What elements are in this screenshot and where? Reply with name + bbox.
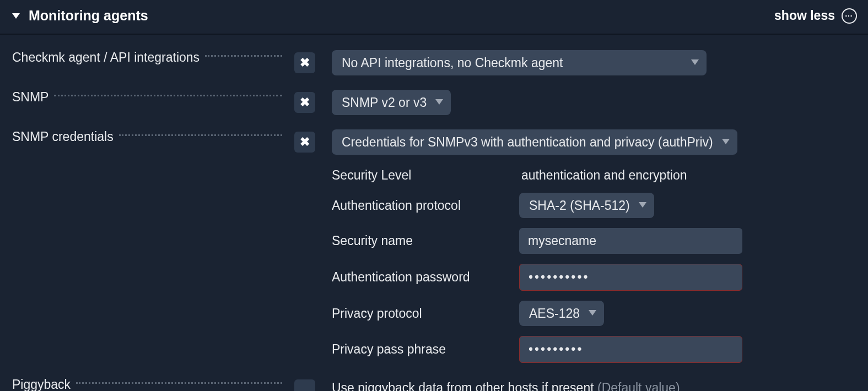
label-snmp-credentials: SNMP credentials (12, 129, 114, 144)
svg-marker-0 (12, 13, 20, 19)
close-icon: ✖ (300, 95, 310, 110)
svg-marker-2 (435, 99, 443, 105)
dotted-leader (76, 382, 282, 384)
close-icon: ✖ (300, 56, 310, 70)
dotted-leader (54, 95, 282, 96)
select-privacy-protocol[interactable]: AES-128 (519, 301, 604, 326)
label-privacy-pass: Privacy pass phrase (332, 342, 519, 357)
label-col: SNMP credentials (12, 129, 288, 144)
svg-marker-1 (691, 59, 699, 65)
select-snmp-credentials[interactable]: Credentials for SNMPv3 with authenticati… (332, 129, 737, 155)
default-hint: (Default value) (597, 381, 680, 391)
collapse-icon (12, 13, 20, 19)
chevron-down-icon (435, 99, 443, 106)
form-body: Checkmk agent / API integrations ✖ No AP… (0, 35, 868, 391)
show-less-label: show less (774, 8, 835, 23)
label-piggyback: Piggyback (12, 377, 71, 391)
reset-snmp-credentials-button[interactable]: ✖ (294, 132, 315, 153)
select-privacy-protocol-value: AES-128 (529, 306, 580, 321)
svg-marker-4 (639, 202, 646, 208)
more-menu-icon[interactable]: ⋯ (842, 8, 857, 24)
show-less-button[interactable]: show less ⋯ (774, 8, 857, 24)
label-security-level: Security Level (332, 168, 519, 183)
svg-marker-3 (722, 139, 730, 144)
dotted-leader (119, 134, 282, 136)
dotted-leader (205, 55, 282, 57)
value-col: Use piggyback data from other hosts if p… (332, 377, 856, 391)
label-snmp: SNMP (12, 90, 48, 105)
select-snmp-value: SNMP v2 or v3 (342, 95, 427, 110)
row-snmp-credentials: SNMP credentials ✖ Credentials for SNMPv… (12, 129, 856, 363)
chevron-down-icon (639, 202, 646, 209)
value-piggyback: Use piggyback data from other hosts if p… (332, 381, 680, 391)
label-auth-protocol: Authentication protocol (332, 198, 519, 213)
reset-col: ✖ (288, 90, 332, 113)
select-snmp-credentials-value: Credentials for SNMPv3 with authenticati… (342, 135, 713, 150)
chevron-down-icon (691, 59, 699, 67)
label-col: Piggyback (12, 377, 288, 391)
value-col: SNMP v2 or v3 (332, 90, 856, 115)
label-privacy-protocol: Privacy protocol (332, 306, 519, 321)
close-icon: ✖ (300, 135, 310, 149)
svg-marker-5 (589, 310, 596, 316)
reset-snmp-button[interactable]: ✖ (294, 92, 315, 113)
select-snmp[interactable]: SNMP v2 or v3 (332, 90, 451, 115)
checkbox-piggyback[interactable] (294, 379, 315, 391)
label-security-name: Security name (332, 233, 519, 248)
select-auth-protocol-value: SHA-2 (SHA-512) (529, 198, 630, 213)
label-checkmk-agent: Checkmk agent / API integrations (12, 50, 200, 65)
chevron-down-icon (589, 309, 596, 317)
section-title-wrap[interactable]: Monitoring agents (12, 8, 148, 24)
row-piggyback: Piggyback Use piggyback data from other … (12, 377, 856, 391)
select-auth-protocol[interactable]: SHA-2 (SHA-512) (519, 193, 654, 218)
row-checkmk-agent: Checkmk agent / API integrations ✖ No AP… (12, 50, 856, 75)
select-agent[interactable]: No API integrations, no Checkmk agent (332, 50, 707, 75)
reset-col (288, 377, 332, 391)
row-snmp: SNMP ✖ SNMP v2 or v3 (12, 90, 856, 115)
reset-col: ✖ (288, 50, 332, 73)
input-security-name[interactable] (519, 228, 742, 254)
reset-agent-button[interactable]: ✖ (294, 52, 315, 73)
reset-col: ✖ (288, 129, 332, 153)
value-col: No API integrations, no Checkmk agent (332, 50, 856, 75)
input-auth-password[interactable] (519, 264, 742, 291)
section-title: Monitoring agents (29, 8, 148, 24)
snmp-credentials-subform: Security Level authentication and encryp… (332, 168, 742, 363)
section-header: Monitoring agents show less ⋯ (0, 0, 868, 35)
input-privacy-pass[interactable] (519, 336, 742, 363)
value-security-level: authentication and encryption (519, 168, 742, 183)
chevron-down-icon (722, 138, 730, 146)
select-agent-value: No API integrations, no Checkmk agent (342, 56, 563, 70)
label-col: SNMP (12, 90, 288, 105)
value-col: Credentials for SNMPv3 with authenticati… (332, 129, 856, 363)
label-col: Checkmk agent / API integrations (12, 50, 288, 65)
label-auth-password: Authentication password (332, 270, 519, 285)
